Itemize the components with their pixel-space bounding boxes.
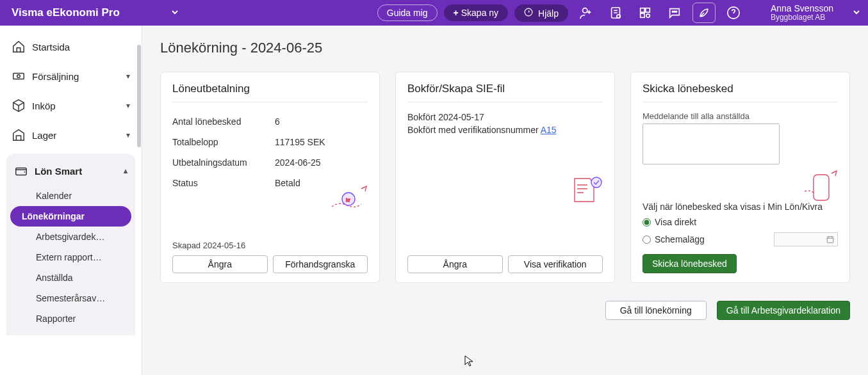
sidebar-item-label: Lager — [32, 130, 56, 141]
chevron-down-icon: ▾ — [126, 101, 130, 110]
user-dropdown-icon[interactable] — [853, 8, 860, 18]
message-label: Meddelande till alla anställda — [643, 111, 838, 121]
brand-dropdown-icon[interactable] — [171, 8, 179, 18]
undo-button[interactable]: Ångra — [172, 255, 268, 273]
row-value: Betald — [275, 178, 300, 188]
svg-point-8 — [672, 11, 673, 12]
calendar-icon — [826, 235, 835, 244]
topbar: Visma eEkonomi Pro Guida mig +Skapa ny H… — [0, 0, 868, 26]
page-title: Lönekörning - 2024-06-25 — [160, 40, 850, 56]
svg-text:kr: kr — [346, 197, 350, 203]
chat-icon[interactable] — [663, 3, 686, 23]
svg-point-10 — [676, 11, 677, 12]
sie-illustration-icon — [569, 175, 605, 209]
row-value: 117195 SEK — [275, 137, 325, 147]
sidebar-item-label: Startsida — [32, 42, 70, 52]
svg-rect-12 — [13, 73, 24, 79]
card-row: Utbetalningsdatum2024-06-25 — [172, 152, 368, 173]
card-title: Skicka lönebesked — [643, 83, 838, 102]
sidebar: Startsida Försäljning ▾ Inköp ▾ Lager ▾ … — [0, 26, 142, 375]
user-name: Anna Svensson — [771, 4, 833, 13]
send-payslips-button[interactable]: Skicka lönebesked — [643, 254, 737, 273]
svg-rect-5 — [646, 8, 650, 12]
chevron-down-icon: ▾ — [126, 131, 130, 140]
row-label: Utbetalningsdatum — [172, 157, 275, 168]
card-title: Löneutbetalning — [172, 83, 368, 102]
sidebar-item-lon-smart[interactable]: Lön Smart ▴ — [6, 157, 135, 184]
guide-button[interactable]: Guida mig — [377, 4, 438, 21]
package-icon — [12, 99, 26, 113]
sidebar-sublink[interactable]: Kalender — [10, 186, 131, 206]
message-textarea[interactable] — [643, 124, 780, 164]
radio-visa-direkt-input[interactable] — [643, 218, 651, 227]
sidebar-sublink[interactable]: Anställda — [10, 267, 131, 288]
sidebar-item-lager[interactable]: Lager ▾ — [0, 120, 142, 150]
user-add-icon[interactable] — [575, 3, 598, 23]
svg-rect-14 — [16, 168, 27, 175]
sidebar-sublink[interactable]: Arbetsgivardek… — [10, 227, 131, 247]
send-illustration-icon — [799, 168, 840, 209]
wallet-icon — [14, 164, 28, 178]
row-value: 2024-06-25 — [275, 157, 321, 168]
page-actions: Gå till lönekörning Gå till Arbetsgivard… — [160, 301, 850, 320]
card-bokfor-sie: Bokför/Skapa SIE-fil Bokfört 2024-05-17 … — [395, 72, 615, 283]
user-block[interactable]: Anna Svensson Byggbolaget AB — [771, 4, 833, 22]
sidebar-item-startsida[interactable]: Startsida — [0, 32, 142, 61]
main-content: Lönekörning - 2024-06-25 Löneutbetalning… — [142, 26, 868, 375]
card-loneutbetalning: Löneutbetalning Antal lönebesked6Totalbe… — [160, 72, 380, 283]
card-row: Antal lönebesked6 — [172, 111, 368, 132]
create-new-label: Skapa ny — [461, 8, 498, 18]
help-button[interactable]: Hjälp — [514, 4, 568, 22]
row-value: 6 — [275, 116, 280, 127]
receipt-icon[interactable] — [604, 3, 627, 23]
question-icon[interactable] — [722, 3, 745, 23]
verification-link[interactable]: A15 — [541, 125, 557, 135]
payout-illustration-icon: kr — [328, 181, 370, 219]
svg-point-9 — [674, 11, 675, 12]
plus-icon: + — [454, 8, 459, 18]
sidebar-sublink[interactable]: Lönekörningar — [10, 206, 131, 227]
warehouse-icon — [12, 128, 26, 142]
radio-visa-direkt[interactable]: Visa direkt — [643, 214, 838, 230]
help-label: Hjälp — [538, 8, 559, 19]
bokfort-date: Bokfört 2024-05-17 — [407, 111, 603, 124]
sidebar-sublink[interactable]: Semesterårsav… — [10, 288, 131, 308]
bokfort-verification-text: Bokfört med verifikationsnummer — [407, 125, 541, 135]
svg-rect-4 — [641, 8, 644, 12]
svg-rect-6 — [641, 13, 644, 17]
sidebar-item-label: Försäljning — [32, 71, 79, 82]
svg-point-1 — [582, 8, 587, 13]
show-verification-button[interactable]: Visa verifikation — [508, 255, 603, 273]
help-icon — [524, 8, 536, 19]
radio-schemalagg[interactable]: Schemalägg — [643, 230, 838, 249]
card-created-note: Skapad 2024-05-16 — [172, 241, 368, 255]
sidebar-group-lon-smart: Lön Smart ▴ KalenderLönekörningarArbetsg… — [6, 154, 135, 335]
chevron-up-icon: ▴ — [124, 166, 127, 175]
cash-icon — [12, 69, 26, 83]
create-new-button[interactable]: +Skapa ny — [444, 4, 509, 21]
chevron-down-icon: ▾ — [126, 72, 130, 81]
user-company: Byggbolaget AB — [771, 13, 833, 22]
sidebar-sublink[interactable]: Rapporter — [10, 308, 131, 329]
svg-rect-19 — [827, 237, 833, 243]
home-icon — [12, 40, 26, 54]
sidebar-item-label: Lön Smart — [35, 166, 82, 177]
row-label: Antal lönebesked — [172, 116, 275, 127]
sidebar-sublink[interactable]: Extern rapport… — [10, 247, 131, 267]
preview-button[interactable]: Förhandsgranska — [273, 255, 368, 273]
svg-point-17 — [591, 177, 602, 188]
card-row: Totalbelopp117195 SEK — [172, 132, 368, 152]
sidebar-item-inkop[interactable]: Inköp ▾ — [0, 91, 142, 120]
rocket-icon[interactable] — [692, 3, 716, 23]
dashboard-icon[interactable] — [634, 3, 657, 23]
undo-button[interactable]: Ångra — [407, 255, 503, 273]
radio-schemalagg-input[interactable] — [643, 235, 651, 244]
schedule-date-input[interactable] — [774, 232, 838, 246]
sidebar-item-forsaljning[interactable]: Försäljning ▾ — [0, 61, 142, 91]
brand-name[interactable]: Visma eEkonomi Pro — [12, 6, 120, 19]
goto-payroll-run-button[interactable]: Gå till lönekörning — [605, 301, 707, 320]
radio-label: Schemalägg — [655, 234, 705, 244]
card-skicka-lonebesked: Skicka lönebesked Meddelande till alla a… — [630, 72, 850, 283]
row-label: Totalbelopp — [172, 137, 275, 147]
goto-employer-declaration-button[interactable]: Gå till Arbetsgivardeklaration — [717, 301, 850, 320]
